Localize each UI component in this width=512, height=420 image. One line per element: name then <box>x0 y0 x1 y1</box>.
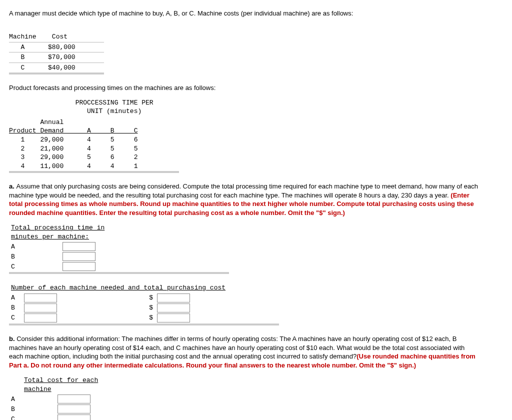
table-row: A <box>9 242 136 252</box>
part-a-text: Assume that only purchasing costs are be… <box>9 182 478 199</box>
nmn-cost-c[interactable] <box>157 314 190 322</box>
part-a: a. Assume that only purchasing costs are… <box>9 182 479 217</box>
proc-title1: PROCCESSING TIME PER <box>9 98 503 108</box>
nmn-cost-a[interactable] <box>157 294 190 302</box>
mct-row-c: C $40,000 <box>9 64 503 72</box>
tpt-label-c: C <box>9 262 22 272</box>
table-row: C <box>9 262 136 272</box>
part-b-prefix: b. <box>9 335 16 342</box>
tcf-label-a: A <box>9 394 22 404</box>
tcf-table: Total cost for each machine A B C <box>9 376 126 420</box>
nmn-qty-c[interactable] <box>24 314 57 322</box>
mct-header-machine: Machine <box>9 33 36 40</box>
tcf-input-a[interactable] <box>58 394 90 404</box>
proc-title2: UNIT (minutes) <box>9 107 503 116</box>
tpt-input-a[interactable] <box>62 242 96 251</box>
nmn-cost-b[interactable] <box>157 304 190 312</box>
intro-text: A manager must decide which type of mach… <box>9 10 353 17</box>
nmn-label-b: B <box>9 303 22 313</box>
table-row: A $ <box>9 293 228 303</box>
table-row: C <box>9 414 126 420</box>
nmn-label-c: C <box>9 313 22 323</box>
dollar-sign: $ <box>86 313 155 323</box>
tpt-label-b: B <box>9 252 22 262</box>
tcf-label-b: B <box>9 404 22 414</box>
nmn-qty-a[interactable] <box>24 294 57 302</box>
tpt-input-b[interactable] <box>62 252 96 261</box>
table-row: B $ <box>9 303 228 313</box>
proc-headers: Product Demand A B C <box>9 126 503 136</box>
tpt-label-a: A <box>9 242 22 252</box>
mct-row-a: A $80,000 <box>9 43 503 52</box>
table-row: C $ <box>9 313 228 323</box>
nmn-qty-b[interactable] <box>24 304 57 312</box>
dollar-sign: $ <box>86 293 155 303</box>
tcf-input-b[interactable] <box>58 404 90 414</box>
mct-header-cost: Cost <box>52 33 68 40</box>
tcf-input-c[interactable] <box>58 414 90 420</box>
nmn-label-a: A <box>9 293 22 303</box>
table-row: A <box>9 394 126 404</box>
part-b: b. Consider this additional information:… <box>9 334 479 370</box>
table-row: B <box>9 252 136 262</box>
proc-annual: Annual <box>9 118 503 127</box>
tpt-header: Total processing time in minutes per mac… <box>11 224 104 240</box>
machine-cost-table: Machine Cost <box>9 24 503 42</box>
mct-row-b: B $70,000 <box>9 53 503 62</box>
forecast-intro: Product forecasts and processing times o… <box>9 84 479 92</box>
tcf-header: Total cost for each machine <box>24 376 98 393</box>
table-row: B <box>9 404 126 414</box>
nmn-table: Number of each machine needed and total … <box>9 283 228 323</box>
dollar-sign: $ <box>86 303 155 313</box>
tcf-label-c: C <box>9 414 22 420</box>
intro-paragraph: A manager must decide which type of mach… <box>9 9 479 18</box>
tpt-input-c[interactable] <box>62 262 96 271</box>
part-a-prefix: a. <box>9 182 16 190</box>
proc-body: 1 29,000 4 5 6 2 21,000 4 5 5 3 29,000 5… <box>9 136 503 170</box>
nmn-header: Number of each machine needed and total … <box>11 284 226 292</box>
tpt-table: Total processing time in minutes per mac… <box>9 223 136 272</box>
